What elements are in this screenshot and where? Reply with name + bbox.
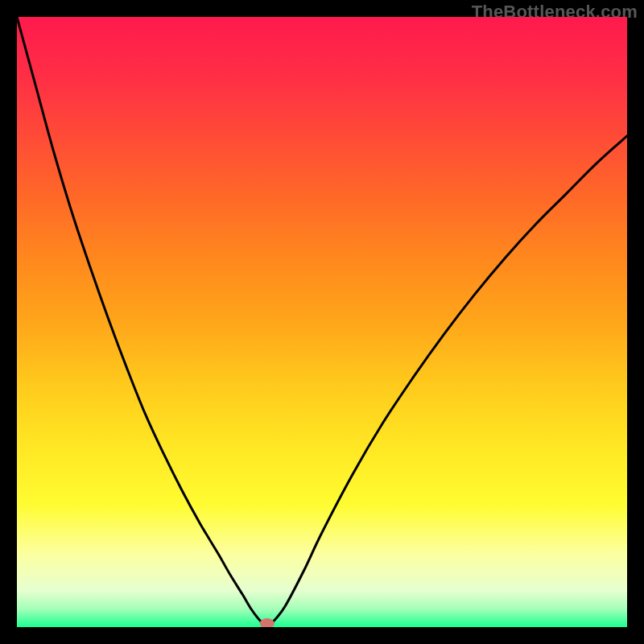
plot-svg — [17, 17, 627, 627]
chart-frame: TheBottleneck.com — [0, 0, 644, 644]
plot-area — [17, 17, 627, 627]
